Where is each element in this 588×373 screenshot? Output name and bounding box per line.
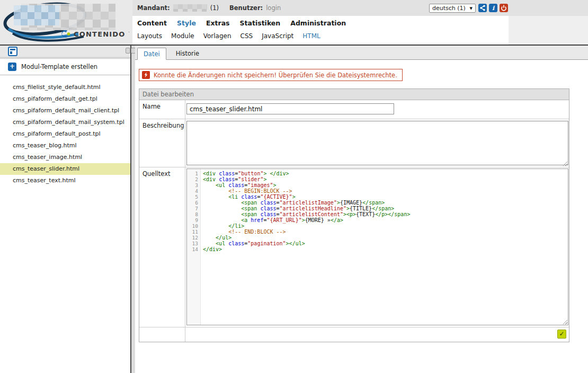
code-editor[interactable]: 1234567891011121314 <div class="button">… xyxy=(186,168,568,325)
tab-datei[interactable]: Datei xyxy=(137,48,166,60)
code-line: </li> xyxy=(203,223,568,229)
sub-nav: LayoutsModuleVorlagenCSSJavaScriptHTML xyxy=(137,32,320,40)
info-button[interactable]: i xyxy=(489,4,497,12)
line-number: 11 xyxy=(187,229,200,235)
create-module-template-label: Modul-Template erstellen xyxy=(21,63,97,70)
form-row-description: Beschreibung xyxy=(139,119,569,167)
description-textarea[interactable] xyxy=(186,121,568,165)
actions-label-cell xyxy=(139,327,185,342)
create-module-template-button[interactable]: + Modul-Template erstellen xyxy=(0,58,130,75)
file-item[interactable]: cms_pifaform_default_mail_system.tpl xyxy=(0,117,130,128)
brand-mark: ˙ xyxy=(128,32,130,37)
language-select[interactable]: deutsch (1) ▼ xyxy=(429,4,476,13)
code-gutter: 1234567891011121314 xyxy=(187,169,201,325)
nav-administration[interactable]: Administration xyxy=(290,19,346,27)
user-label: Benutzer: xyxy=(229,4,263,12)
client-label: Mandant: xyxy=(137,4,170,12)
line-number: 3 xyxy=(187,182,200,188)
sidebar-header xyxy=(0,46,130,58)
nav-css[interactable]: CSS xyxy=(240,32,253,40)
nav-right-filler xyxy=(509,16,588,45)
brand-wordmark: CONTENIDO ˙ xyxy=(59,30,130,38)
info-icon: i xyxy=(492,5,494,12)
tab-bar: Datei Historie xyxy=(135,46,588,60)
description-label: Beschreibung xyxy=(139,119,185,167)
sidebar: + Modul-Template erstellen cms_filelist_… xyxy=(0,46,130,373)
file-list: cms_filelist_style_default.htmlcms_pifaf… xyxy=(0,82,130,186)
line-number: 9 xyxy=(187,217,200,223)
main-content: Datei Historie Konnte die Änderungen nic… xyxy=(135,46,588,373)
checkmark-icon: ✓ xyxy=(559,330,564,338)
sidebar-splitter[interactable] xyxy=(130,46,135,373)
file-item[interactable]: cms_teaser_slider.html xyxy=(0,163,130,175)
panel-layout-icon[interactable] xyxy=(8,47,17,56)
nav-javascript[interactable]: JavaScript xyxy=(262,32,293,40)
code-line: <span class="articlelistImage">{IMAGE}</… xyxy=(203,200,568,206)
nav-vorlagen[interactable]: Vorlagen xyxy=(203,32,231,40)
name-label: Name xyxy=(139,100,185,119)
line-number: 1 xyxy=(187,171,200,176)
logo-area: CONTENIDO ˙ xyxy=(0,0,132,45)
power-icon xyxy=(500,4,507,12)
name-input[interactable] xyxy=(186,103,394,114)
logout-button[interactable] xyxy=(500,4,508,12)
nav-statistiken[interactable]: Statistiken xyxy=(240,19,281,27)
form-row-actions: ✓ xyxy=(139,327,569,342)
error-message-text: Konnte die Änderungen nicht speichern! Ü… xyxy=(154,72,397,79)
code-line: <!-- BEGIN:BLOCK --> xyxy=(203,188,568,194)
nav-style[interactable]: Style xyxy=(177,19,196,27)
nav-extras[interactable]: Extras xyxy=(206,19,230,27)
nav-content[interactable]: Content xyxy=(137,19,167,27)
client-suffix: (1) xyxy=(210,4,219,12)
nav-html[interactable]: HTML xyxy=(302,32,320,40)
source-label: Quelltext xyxy=(139,167,185,327)
error-message-box: Konnte die Änderungen nicht speichern! Ü… xyxy=(139,69,403,81)
tab-historie[interactable]: Historie xyxy=(170,48,205,60)
error-flash-icon xyxy=(142,71,150,79)
chevron-down-icon: ▼ xyxy=(470,6,473,11)
redacted-client-name xyxy=(173,4,207,12)
contenido-app: CONTENIDO ˙ Mandant: (1) Benutzer: login… xyxy=(0,0,588,373)
code-line: <span class="articlelistHeadline">{TITLE… xyxy=(203,206,568,211)
save-button[interactable]: ✓ xyxy=(557,330,566,339)
line-number: 14 xyxy=(187,246,200,252)
line-number: 2 xyxy=(187,176,200,182)
splitter-collapse-left-icon[interactable] xyxy=(126,48,130,54)
redacted-logo-blur xyxy=(14,5,59,25)
file-item[interactable]: cms_teaser_image.html xyxy=(0,152,130,163)
file-item[interactable]: cms_pifaform_default_post.tpl xyxy=(0,128,130,140)
share-button[interactable] xyxy=(478,4,487,12)
line-number: 4 xyxy=(187,188,200,194)
language-select-value: deutsch (1) xyxy=(432,5,466,12)
file-item[interactable]: cms_teaser_text.html xyxy=(0,175,130,186)
nav-layouts[interactable]: Layouts xyxy=(137,32,162,40)
contenido-c-icon xyxy=(59,30,71,38)
code-line: </ul> xyxy=(203,235,568,241)
line-number: 6 xyxy=(187,200,200,206)
code-line: <div class="button"> </div> xyxy=(203,171,568,176)
code-line: <div class="slider"> xyxy=(203,176,568,182)
nav-module[interactable]: Module xyxy=(171,32,194,40)
line-number: 13 xyxy=(187,241,200,246)
code-line: <ul class="images"> xyxy=(203,182,568,188)
code-line: <!-- END:BLOCK --> xyxy=(203,229,568,235)
form-title: Datei bearbeiten xyxy=(139,89,569,100)
top-bar: Mandant: (1) Benutzer: login deutsch (1)… xyxy=(132,0,588,16)
line-number: 10 xyxy=(187,223,200,229)
nav-area: ContentStyleExtrasStatistikenAdministrat… xyxy=(132,16,509,45)
file-item[interactable]: cms_filelist_style_default.html xyxy=(0,82,130,93)
code-line: <li class="{ACTIVE}"> xyxy=(203,194,568,200)
file-edit-form: Datei bearbeiten Name Beschreibung Quell… xyxy=(139,88,569,342)
form-row-source: Quelltext 1234567891011121314 <div class… xyxy=(139,167,569,327)
line-number: 12 xyxy=(187,235,200,241)
file-item[interactable]: cms_teaser_blog.html xyxy=(0,140,130,152)
file-item[interactable]: cms_pifaform_default_get.tpl xyxy=(0,93,130,105)
code-line: <a href="{ART_URL}">{MORE} »</a> xyxy=(203,217,568,223)
line-number: 8 xyxy=(187,211,200,217)
line-number: 5 xyxy=(187,194,200,200)
user-value: login xyxy=(266,4,281,12)
brand-name: CONTENIDO xyxy=(74,30,126,38)
code-line: <ul class="pagination"></ul> xyxy=(203,241,568,246)
file-item[interactable]: cms_pifaform_default_mail_client.tpl xyxy=(0,105,130,117)
form-row-name: Name xyxy=(139,100,569,119)
